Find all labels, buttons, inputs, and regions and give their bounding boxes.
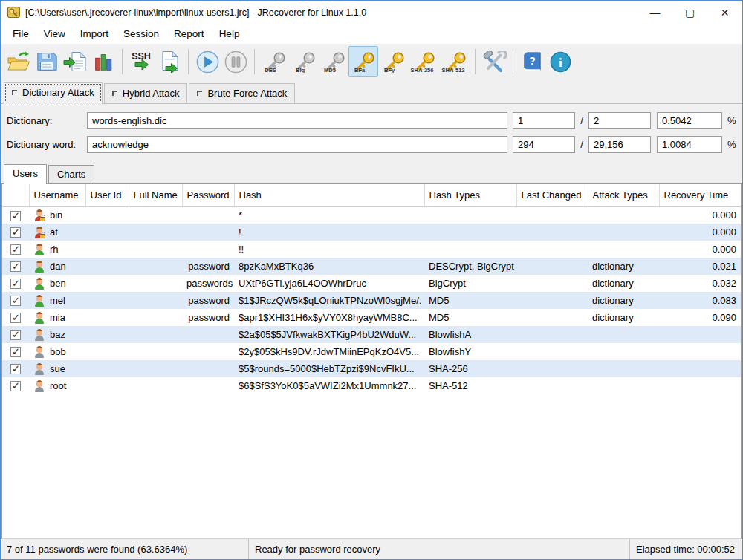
tab-charts[interactable]: Charts [48, 165, 94, 183]
password: password [182, 309, 234, 326]
maximize-button[interactable]: ▢ [672, 1, 707, 24]
table-row[interactable]: ben passwords UXtP6GTl.yja6L4OOWhrDruc B… [2, 275, 741, 292]
column-checkbox[interactable] [2, 184, 29, 206]
pause-icon [224, 50, 248, 74]
column-hash[interactable]: Hash [234, 184, 424, 206]
tab-checkbox-icon[interactable] [12, 90, 17, 95]
dictionary-attack-panel: Dictionary: words-english.dic 1 / 2 0.50… [1, 104, 742, 160]
hash-key-big-button[interactable]: Big [289, 46, 319, 77]
close-button[interactable]: ✕ [707, 1, 742, 24]
row-checkbox[interactable] [10, 313, 21, 323]
word-total-field[interactable]: 29,156 [588, 136, 651, 153]
hash-key-sha256-button[interactable]: SHA-256 [408, 46, 439, 77]
about-button[interactable]: i [546, 46, 574, 77]
row-checkbox[interactable] [10, 227, 21, 238]
percent-label: % [727, 139, 736, 150]
user-status-icon [33, 295, 45, 307]
user-status-icon [33, 244, 45, 255]
word-current-field[interactable]: 294 [513, 136, 575, 153]
dictionary-percent-field[interactable]: 0.5042 [657, 112, 722, 129]
recovery-time [659, 360, 741, 377]
toolbar-separator [475, 49, 476, 74]
password [182, 343, 234, 360]
tab-brute-force-attack[interactable]: Brute Force Attack [189, 83, 295, 103]
tab-checkbox-icon[interactable] [197, 91, 202, 96]
key-des-icon: DES [260, 51, 288, 73]
menu-help[interactable]: Help [212, 25, 247, 43]
column-username[interactable]: Username [29, 184, 85, 206]
svg-text:MD5: MD5 [324, 67, 336, 73]
row-checkbox[interactable] [10, 347, 21, 357]
table-row[interactable]: at ! 0.000 [2, 224, 741, 241]
dictionary-file-field[interactable]: words-english.dic [87, 112, 507, 129]
table-row[interactable]: bin * 0.000 [2, 206, 741, 224]
hash-key-sha512-button[interactable]: SHA-512 [439, 46, 470, 77]
hash-key-des-button[interactable]: DES [259, 46, 289, 77]
menu-session[interactable]: Session [116, 25, 166, 43]
ssh-icon: SSH [129, 51, 154, 73]
word-percent-field[interactable]: 1.0084 [657, 136, 722, 153]
row-checkbox[interactable] [10, 279, 21, 289]
import-file-button[interactable] [61, 46, 89, 77]
row-checkbox[interactable] [10, 211, 21, 221]
hash-key-md5-button[interactable]: MD5 [319, 46, 348, 77]
ssh-import-button[interactable]: SSH [127, 46, 155, 77]
dictionary-word-field[interactable]: acknowledge [87, 136, 507, 153]
user-status-icon [33, 329, 45, 341]
recovery-time: 0.021 [659, 258, 741, 275]
open-session-button[interactable] [4, 46, 33, 77]
full-name [129, 258, 182, 275]
menu-file[interactable]: File [5, 25, 36, 43]
slash-separator: / [579, 115, 585, 126]
save-session-button[interactable] [33, 46, 61, 77]
row-checkbox[interactable] [10, 330, 21, 340]
pause-recovery-button[interactable] [221, 46, 250, 77]
table-row[interactable]: mel password $1$JRczQW5k$qLOniukTPNzoWl0… [2, 292, 741, 309]
row-checkbox[interactable] [10, 381, 21, 391]
attack-types [588, 326, 659, 343]
row-checkbox[interactable] [10, 364, 21, 374]
table-row[interactable]: dan password 8pzKaMxBTKq36 DESCrypt, Big… [2, 258, 741, 275]
attack-types [588, 343, 659, 360]
user-id [85, 343, 129, 360]
table-row[interactable]: mia password $apr1$XHI31H6x$yVY0X8hyayWM… [2, 309, 741, 326]
table-row[interactable]: bob $2y$05$kHs9DV.rJdwTMiinEPqKzO4V5... … [2, 343, 741, 360]
column-password[interactable]: Password [182, 184, 234, 206]
tab-users[interactable]: Users [4, 164, 47, 184]
column-recovery-time[interactable]: Recovery Time [659, 184, 741, 206]
column-last-changed[interactable]: Last Changed [516, 184, 588, 206]
column-attack-types[interactable]: Attack Types [588, 184, 659, 206]
help-button[interactable]: ? [518, 46, 546, 77]
hash: * [234, 206, 424, 224]
recovery-time: 0.032 [659, 275, 741, 292]
row-checkbox[interactable] [10, 296, 21, 306]
table-row[interactable]: sue $5$rounds=5000$HebTZpzi$9NcvFIkU... … [2, 360, 741, 377]
tab-checkbox-icon[interactable] [112, 91, 117, 96]
tab-hybrid-attack[interactable]: Hybrid Attack [104, 83, 188, 103]
menu-import[interactable]: Import [73, 25, 116, 43]
username: mia [50, 312, 65, 323]
export-report-button[interactable] [155, 46, 184, 77]
attack-types [588, 360, 659, 377]
row-checkbox[interactable] [10, 244, 21, 255]
hash-key-bfy-button[interactable]: BFy [378, 46, 408, 77]
attack-types [588, 206, 659, 224]
menu-report[interactable]: Report [166, 25, 212, 43]
row-checkbox[interactable] [10, 261, 21, 272]
dictionary-total-field[interactable]: 2 [588, 112, 651, 129]
start-recovery-button[interactable] [193, 46, 221, 77]
menu-view[interactable]: View [36, 25, 73, 43]
options-button[interactable] [480, 46, 508, 77]
column-user-id[interactable]: User Id [85, 184, 129, 206]
table-row[interactable]: baz $2a$05$5JVfkwakBXTKigP4bU2WduW... Bl… [2, 326, 741, 343]
dictionary-current-field[interactable]: 1 [513, 112, 575, 129]
column-hash-types[interactable]: Hash Types [424, 184, 516, 206]
table-row[interactable]: root $6$SfS3YoK0$5aVWIZi2Mx1Ummnk27... S… [2, 377, 741, 394]
tab-dictionary-attack[interactable]: Dictionary Attack [4, 82, 103, 104]
hash-key-bfa-button[interactable]: BFa [348, 46, 378, 77]
password [182, 326, 234, 343]
column-full-name[interactable]: Full Name [129, 184, 182, 206]
charts-button[interactable] [89, 46, 117, 77]
minimize-button[interactable]: — [637, 1, 672, 24]
table-row[interactable]: rh !! 0.000 [2, 241, 741, 258]
